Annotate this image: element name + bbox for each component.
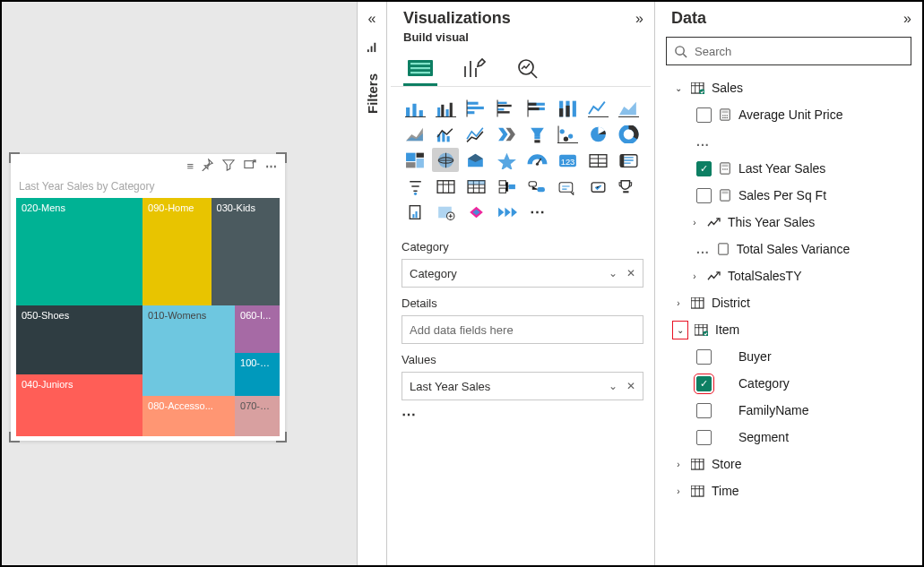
visual-type-2[interactable]: [462, 96, 489, 120]
remove-field-icon[interactable]: ✕: [626, 380, 635, 392]
filters-pane-collapsed[interactable]: « Filters: [358, 2, 387, 565]
treemap-tile[interactable]: 030-Kids: [212, 198, 280, 305]
treemap-tile[interactable]: 060-I...: [235, 305, 280, 353]
more-wells-icon[interactable]: ⋯: [387, 400, 654, 428]
chevron-down-icon[interactable]: ⌄: [609, 267, 617, 279]
checkbox[interactable]: [696, 188, 712, 203]
visual-type-24[interactable]: [402, 174, 428, 198]
field-average-unit-price[interactable]: Average Unit Price: [669, 101, 915, 128]
visual-type-26[interactable]: [462, 174, 489, 198]
visual-type-35[interactable]: [493, 200, 520, 224]
visual-type-30[interactable]: [584, 174, 611, 198]
visual-type-15[interactable]: [615, 122, 642, 146]
visual-type-13[interactable]: [554, 122, 581, 146]
filter-icon[interactable]: [222, 159, 235, 174]
visual-type-4[interactable]: [523, 96, 550, 120]
expand-icon[interactable]: ›: [689, 271, 700, 281]
well-details[interactable]: Add data fields here: [402, 315, 643, 344]
checkbox[interactable]: [696, 107, 712, 123]
tab-build-visual[interactable]: [403, 53, 437, 86]
treemap-tile[interactable]: 080-Accesso...: [142, 396, 235, 436]
visual-type-22[interactable]: [584, 148, 611, 172]
visual-type-20[interactable]: [523, 148, 550, 172]
visual-type-25[interactable]: [432, 174, 459, 198]
field-familyname[interactable]: FamilyNаme: [669, 397, 915, 424]
tab-format-visual[interactable]: [457, 53, 491, 86]
treemap-tile[interactable]: 100-G...: [235, 353, 280, 396]
visual-type-34[interactable]: [462, 200, 489, 224]
field-this-year-sales[interactable]: › This Year Sales: [669, 209, 915, 236]
visual-type-29[interactable]: [554, 174, 581, 198]
collapse-icon-highlighted[interactable]: ⌄: [673, 322, 687, 339]
checkbox[interactable]: [696, 349, 712, 365]
visual-type-9[interactable]: [432, 122, 459, 146]
well-values[interactable]: Last Year Sales ⌄✕: [402, 372, 643, 400]
search-input[interactable]: Search: [666, 37, 911, 65]
visual-type-31[interactable]: [615, 174, 642, 198]
expand-icon[interactable]: ›: [673, 460, 684, 469]
visual-type-12[interactable]: [523, 122, 550, 146]
table-time[interactable]: › Time: [669, 477, 915, 504]
visual-type-8[interactable]: [402, 122, 428, 146]
tab-analytics[interactable]: [511, 53, 545, 86]
remove-field-icon[interactable]: ✕: [626, 267, 635, 279]
treemap-plot[interactable]: 020-Mens090-Home030-Kids050-Shoes010-Wom…: [16, 198, 280, 436]
collapse-icon[interactable]: ⌄: [673, 83, 684, 93]
visual-type-7[interactable]: [615, 96, 642, 120]
visual-type-11[interactable]: [493, 122, 520, 146]
treemap-tile[interactable]: 020-Mens: [16, 198, 142, 305]
field-category[interactable]: ✓ Category: [669, 370, 915, 397]
visual-type-33[interactable]: [432, 200, 459, 224]
visual-type-10[interactable]: [462, 122, 489, 146]
visual-type-32[interactable]: [402, 200, 428, 224]
visual-type-3[interactable]: [493, 96, 520, 120]
well-category[interactable]: Category ⌄✕: [402, 259, 643, 288]
expand-icon[interactable]: ›: [689, 218, 700, 228]
table-sales[interactable]: ⌄ Sales: [669, 74, 915, 101]
expand-icon[interactable]: ›: [673, 486, 684, 496]
visual-type-5[interactable]: [554, 96, 581, 120]
visual-type-more[interactable]: ⋯: [523, 200, 550, 224]
treemap-tile[interactable]: 050-Shoes: [16, 305, 142, 374]
visual-type-0[interactable]: [402, 96, 428, 120]
treemap-tile[interactable]: 010-Womens: [142, 305, 235, 396]
visual-type-18[interactable]: [462, 148, 489, 172]
checkbox-checked[interactable]: ✓: [696, 161, 712, 176]
collapse-vis-icon[interactable]: »: [635, 11, 643, 27]
visual-type-27[interactable]: [493, 174, 520, 198]
field-sales-per-sqft[interactable]: Sales Per Sq Ft: [669, 182, 915, 209]
table-district[interactable]: › District: [669, 289, 915, 316]
visual-type-21[interactable]: 123: [554, 148, 581, 172]
drag-handle-icon[interactable]: ≡: [186, 159, 192, 173]
visual-type-6[interactable]: [584, 96, 611, 120]
checkbox[interactable]: [696, 403, 712, 418]
treemap-tile[interactable]: 040-Juniors: [16, 374, 142, 436]
visual-type-16[interactable]: [402, 148, 428, 172]
visual-type-23[interactable]: [615, 148, 642, 172]
table-item[interactable]: ⌄ Item: [669, 316, 915, 343]
field-buyer[interactable]: Buyer: [669, 343, 915, 370]
table-store[interactable]: › Store: [669, 451, 915, 477]
field-segment[interactable]: Segment: [669, 424, 915, 451]
field-last-year-sales[interactable]: ✓ Last Year Sales: [669, 155, 915, 182]
visual-type-treemap[interactable]: [432, 148, 459, 172]
focus-mode-icon[interactable]: [244, 159, 256, 174]
checkbox-checked-highlighted[interactable]: ✓: [696, 376, 712, 391]
visual-type-1[interactable]: [432, 96, 459, 120]
field-total-sales-ty[interactable]: › TotalSalesTY: [669, 262, 915, 289]
treemap-tile[interactable]: 070-H...: [235, 396, 280, 436]
chevron-down-icon[interactable]: ⌄: [609, 380, 617, 392]
pin-icon[interactable]: [201, 159, 213, 174]
expand-icon[interactable]: ›: [673, 298, 684, 308]
visual-type-14[interactable]: [584, 122, 611, 146]
treemap-visual[interactable]: ≡ ⋯ Last Year Sales by Category 020-Mens…: [11, 154, 285, 441]
field-more[interactable]: ...: [669, 128, 915, 155]
field-total-sales-variance[interactable]: ... Total Sales Variance: [669, 236, 915, 262]
visual-type-28[interactable]: [523, 174, 550, 198]
treemap-tile[interactable]: 090-Home: [142, 198, 211, 305]
checkbox[interactable]: [696, 430, 712, 445]
expand-filters-icon[interactable]: «: [368, 11, 376, 27]
visual-type-19[interactable]: [493, 148, 520, 172]
report-canvas[interactable]: ≡ ⋯ Last Year Sales by Category 020-Mens…: [2, 2, 358, 565]
collapse-data-icon[interactable]: »: [903, 11, 911, 27]
